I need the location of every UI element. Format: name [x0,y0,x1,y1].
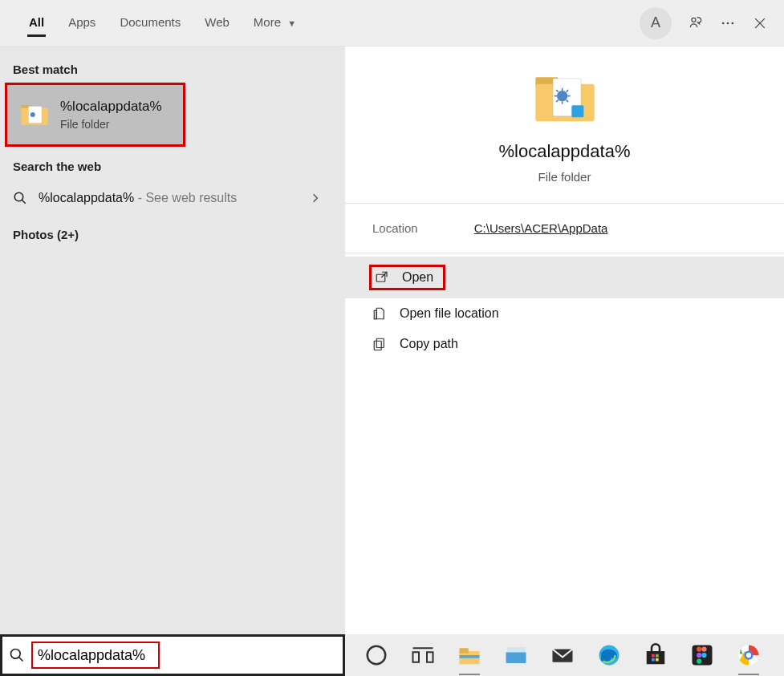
action-copy-path[interactable]: Copy path [345,329,784,359]
web-result-suffix: - See web results [134,191,237,204]
search-input[interactable] [31,642,160,669]
svg-line-11 [22,200,26,204]
svg-rect-36 [656,654,659,658]
svg-point-44 [697,658,701,663]
svg-rect-37 [652,658,655,662]
location-path[interactable]: C:\Users\ACER\AppData [474,221,608,235]
taskbar [345,634,784,676]
chevron-right-icon [310,192,321,204]
svg-rect-28 [460,648,469,653]
details-actions: Open Open file location Copy path [345,253,784,359]
search-web-result[interactable]: %localappdata% - See web results [0,180,345,217]
more-options-icon[interactable] [720,15,736,31]
search-web-header: Search the web [0,152,345,180]
svg-point-47 [746,653,751,658]
details-header: %localappdata% File folder [345,47,784,204]
svg-rect-30 [506,652,526,663]
results-left-pane: Best match %localappdata% File folder Se… [0,47,345,634]
taskbar-cortana-icon[interactable] [364,643,388,667]
search-results-main: Best match %localappdata% File folder Se… [0,47,784,634]
feedback-icon[interactable] [688,15,704,31]
svg-point-21 [11,650,21,659]
svg-rect-20 [374,341,381,350]
svg-rect-24 [413,652,420,662]
avatar-initial: A [651,14,660,31]
svg-rect-25 [427,652,433,662]
open-file-location-icon [372,306,387,321]
close-icon[interactable] [752,15,768,31]
header-right-controls: A [640,7,768,39]
tab-web[interactable]: Web [195,6,239,40]
svg-point-41 [701,646,706,651]
search-icon [9,647,25,663]
svg-rect-31 [507,647,526,652]
location-label: Location [372,221,418,235]
action-copy-path-label: Copy path [400,337,458,351]
svg-rect-38 [656,658,659,662]
action-open-highlight: Open [369,265,445,290]
action-open-file-location[interactable]: Open file location [345,298,784,329]
best-match-header: Best match [0,55,345,83]
svg-rect-35 [652,654,655,658]
svg-point-15 [557,91,567,101]
action-open-file-location-label: Open file location [400,306,499,321]
copy-path-icon [372,337,387,351]
photos-section-header[interactable]: Photos (2+) [0,217,345,253]
svg-rect-34 [647,651,665,664]
svg-point-9 [30,112,35,117]
tab-more-label: More [254,15,281,29]
tab-documents[interactable]: Documents [110,6,190,40]
folder-icon [20,103,49,127]
user-avatar[interactable]: A [640,7,672,39]
svg-point-2 [727,22,729,24]
svg-rect-29 [460,655,480,658]
search-header: All Apps Documents Web More ▼ A [0,0,784,47]
details-subtitle: File folder [538,170,591,184]
taskbar-keyboard-icon[interactable] [504,643,528,667]
open-icon [375,270,389,285]
best-match-subtitle: File folder [60,118,162,131]
tab-all[interactable]: All [19,6,54,40]
chevron-down-icon: ▼ [287,18,296,28]
folder-icon [533,71,597,127]
svg-rect-16 [571,105,583,117]
svg-rect-19 [376,338,384,347]
svg-point-1 [722,22,725,24]
taskbar-chrome-icon[interactable] [737,643,761,667]
best-match-result[interactable]: %localappdata% File folder [5,83,185,147]
best-match-title: %localappdata% [60,99,162,115]
svg-point-3 [732,22,734,24]
svg-point-23 [368,646,386,665]
svg-point-43 [701,653,706,658]
svg-point-0 [692,18,696,22]
details-pane: %localappdata% File folder Location C:\U… [345,47,784,634]
action-open[interactable]: Open [345,257,784,298]
search-box-container[interactable] [0,634,345,676]
taskbar-store-icon[interactable] [644,643,668,667]
action-open-label: Open [402,270,433,285]
taskbar-edge-icon[interactable] [597,643,621,667]
taskbar-task-view-icon[interactable] [411,643,435,667]
taskbar-mail-icon[interactable] [550,643,575,667]
taskbar-file-explorer-icon[interactable] [457,643,481,667]
tab-more[interactable]: More ▼ [244,6,306,40]
best-match-text: %localappdata% File folder [60,99,162,131]
search-icon [13,191,27,205]
web-result-text: %localappdata% - See web results [39,191,237,205]
svg-line-22 [19,658,23,662]
search-scope-tabs: All Apps Documents Web More ▼ [19,6,640,40]
svg-rect-18 [374,310,376,319]
details-location-row: Location C:\Users\ACER\AppData [345,204,784,253]
taskbar-figma-icon[interactable] [690,643,714,667]
svg-point-10 [14,192,23,201]
bottom-bar [0,634,784,676]
tab-apps[interactable]: Apps [59,6,105,40]
svg-point-42 [697,653,701,658]
details-title: %localappdata% [499,141,631,162]
svg-point-40 [697,646,701,651]
search-web-left: %localappdata% - See web results [13,191,237,205]
web-result-query: %localappdata% [39,191,134,204]
